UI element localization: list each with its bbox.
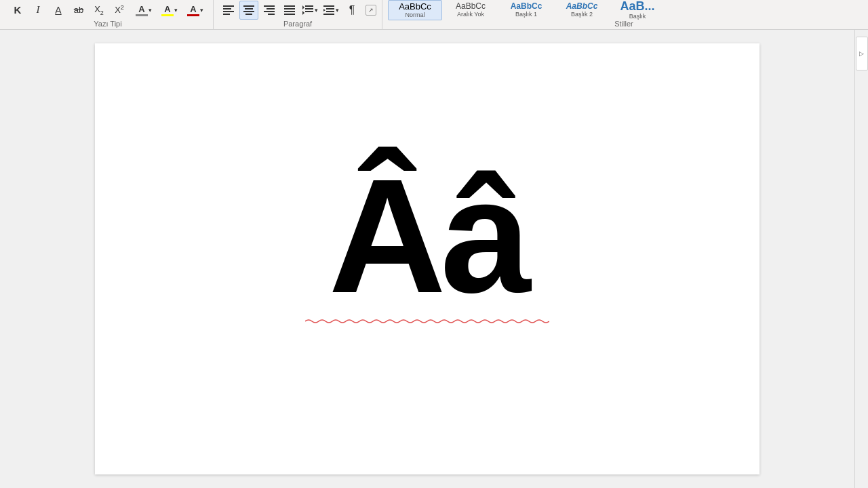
strikethrough-button[interactable]: ab <box>69 1 88 20</box>
font-preview: Ââ <box>305 167 549 324</box>
svg-rect-10 <box>264 11 275 12</box>
svg-rect-4 <box>243 5 254 7</box>
justify-button[interactable] <box>280 1 299 20</box>
align-right-icon <box>264 5 275 15</box>
styles-section-label: Stiller <box>614 20 633 28</box>
style-baslik1[interactable]: AaBbCc Başlık 1 <box>499 0 553 20</box>
font-color-indicator <box>187 14 199 16</box>
main-area: Ââ ▷ <box>0 30 868 488</box>
align-left-button[interactable] <box>219 1 238 20</box>
style-normal[interactable]: AaBbCc Normal <box>388 0 442 20</box>
highlight-color-button[interactable]: A ▾ <box>157 1 182 20</box>
svg-rect-21 <box>323 5 334 7</box>
justify-icon <box>284 5 295 15</box>
svg-rect-0 <box>223 5 234 7</box>
italic-button[interactable]: I <box>28 1 47 20</box>
document-area: Ââ <box>0 30 854 488</box>
align-left-icon <box>223 5 234 15</box>
svg-rect-3 <box>223 14 230 15</box>
svg-marker-25 <box>323 9 326 12</box>
paragraph-dialog-button[interactable]: ↗ <box>366 5 376 16</box>
indent-icon <box>323 5 334 15</box>
svg-rect-13 <box>284 8 295 9</box>
highlight-indicator <box>161 14 174 16</box>
svg-rect-6 <box>243 11 254 12</box>
spell-check-squiggly <box>305 319 549 324</box>
svg-rect-22 <box>326 8 334 9</box>
svg-rect-11 <box>268 14 275 15</box>
svg-rect-18 <box>305 11 313 12</box>
font-color-button[interactable]: A ▾ <box>183 1 208 20</box>
paragraph-section: ▾ ▾ ¶ ↗ Paragraf <box>214 0 382 29</box>
toolbar: K I A ab X2 X2 <box>0 0 868 30</box>
styles-section: AaBbCc Normal AaBbCc Aralık Yok AaBbCc B… <box>382 0 865 29</box>
svg-rect-2 <box>223 11 234 12</box>
align-right-button[interactable] <box>260 1 279 20</box>
sidebar-collapse-button[interactable]: ▷ <box>856 37 868 70</box>
svg-rect-17 <box>305 8 313 9</box>
font-section-label: Yazı Tipi <box>94 20 121 28</box>
paragraph-section-label: Paragraf <box>283 20 312 28</box>
subscript-button[interactable]: X2 <box>90 1 108 20</box>
line-spacing-icon <box>302 5 313 15</box>
svg-marker-20 <box>302 11 304 15</box>
underline-button[interactable]: A <box>49 1 68 20</box>
svg-rect-5 <box>245 8 253 9</box>
align-center-icon <box>243 5 254 15</box>
style-aralik-yok[interactable]: AaBbCc Aralık Yok <box>443 0 498 20</box>
paragraph-mark-button[interactable]: ¶ <box>342 1 361 20</box>
styles-list: AaBbCc Normal AaBbCc Aralık Yok AaBbCc B… <box>388 0 860 20</box>
indent-button[interactable]: ▾ <box>321 1 341 20</box>
svg-rect-9 <box>267 8 275 9</box>
superscript-button[interactable]: X2 <box>110 1 129 20</box>
shading-indicator <box>136 14 148 16</box>
style-baslik2[interactable]: AaBbCc Başlık 2 <box>555 0 609 20</box>
svg-rect-24 <box>323 14 334 15</box>
style-baslik[interactable]: AaB... Başlık <box>610 0 665 20</box>
document-page[interactable]: Ââ <box>95 43 760 474</box>
svg-rect-8 <box>264 5 275 7</box>
align-center-button[interactable] <box>239 1 258 20</box>
svg-rect-1 <box>223 8 231 9</box>
svg-rect-16 <box>305 5 313 7</box>
char-shading-button[interactable]: A ▾ <box>132 1 156 20</box>
svg-rect-15 <box>284 14 295 15</box>
bold-button[interactable]: K <box>8 1 27 20</box>
svg-rect-7 <box>245 14 252 15</box>
preview-chars: Ââ <box>329 167 526 305</box>
right-sidebar: ▷ <box>854 30 868 488</box>
font-section: K I A ab X2 X2 <box>3 0 214 29</box>
line-spacing-button[interactable]: ▾ <box>300 1 320 20</box>
svg-rect-14 <box>284 11 295 12</box>
svg-rect-12 <box>284 5 295 7</box>
svg-marker-19 <box>302 5 304 9</box>
svg-rect-23 <box>326 11 334 12</box>
paragraph-mark-icon: ¶ <box>349 4 355 16</box>
